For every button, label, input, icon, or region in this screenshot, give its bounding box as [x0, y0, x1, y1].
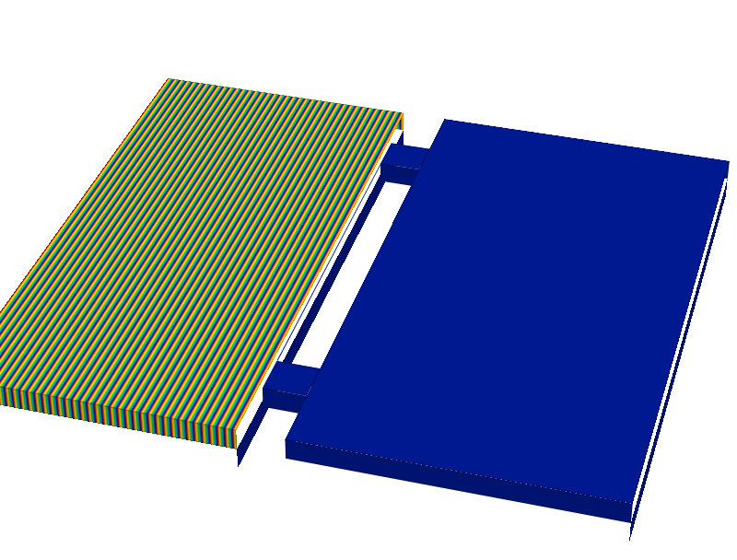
scene[interactable] [0, 0, 737, 560]
viewport[interactable] [0, 0, 737, 560]
